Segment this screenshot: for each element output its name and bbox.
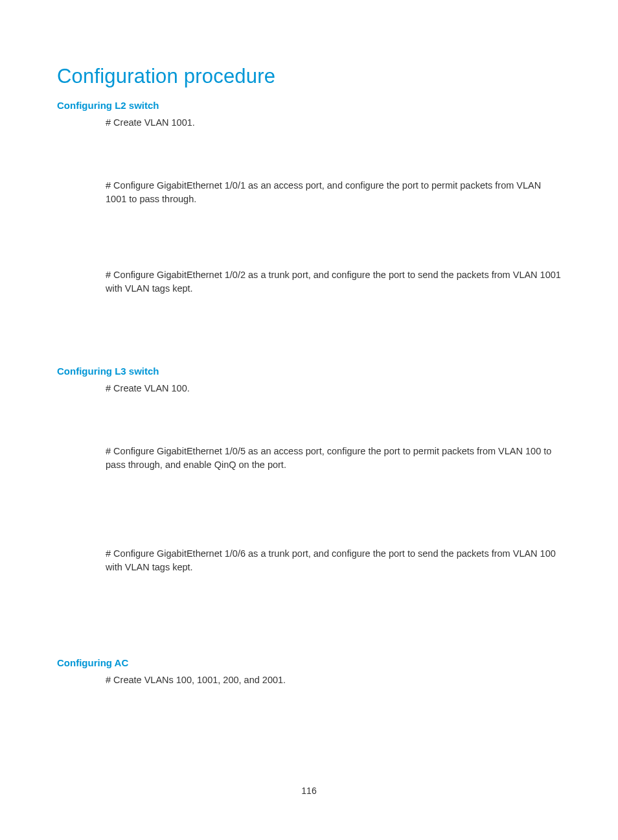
subheading-l3: Configuring L3 switch <box>57 366 561 377</box>
body-text: # Configure GigabitEthernet 1/0/6 as a t… <box>106 547 561 574</box>
spacer <box>57 296 561 354</box>
spacer <box>57 574 561 646</box>
body-text: # Configure GigabitEthernet 1/0/2 as a t… <box>106 268 561 296</box>
page-content: Configuration procedure Configuring L2 s… <box>0 0 618 687</box>
page-number: 116 <box>0 786 618 796</box>
body-text: # Create VLAN 1001. <box>106 116 561 130</box>
body-text: # Configure GigabitEthernet 1/0/5 as an … <box>106 445 561 472</box>
body-text: # Create VLAN 100. <box>106 382 561 395</box>
body-text: # Configure GigabitEthernet 1/0/1 as an … <box>106 179 561 206</box>
body-text: # Create VLANs 100, 1001, 200, and 2001. <box>106 673 561 687</box>
subheading-ac: Configuring AC <box>57 657 561 668</box>
spacer <box>57 130 561 175</box>
page-title: Configuration procedure <box>57 65 561 88</box>
spacer <box>57 395 561 441</box>
subheading-l2: Configuring L2 switch <box>57 100 561 111</box>
spacer <box>57 472 561 543</box>
spacer <box>57 206 561 264</box>
